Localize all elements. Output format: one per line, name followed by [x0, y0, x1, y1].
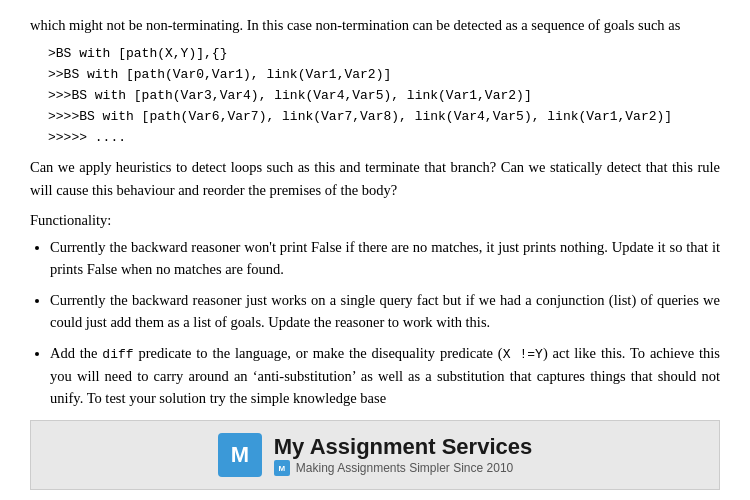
code-neq: X !=Y — [503, 347, 543, 362]
banner-logo-large: M — [218, 433, 262, 477]
code-diff: diff — [102, 347, 133, 362]
code-line-2: >>BS with [path(Var0,Var1), link(Var1,Va… — [48, 65, 720, 86]
section-label: Functionality: — [30, 209, 720, 231]
assignment-services-banner: M My Assignment Services M Making Assign… — [30, 420, 720, 490]
code-block: >BS with [path(X,Y)],{} >>BS with [path(… — [48, 44, 720, 148]
bullet-item-3: Add the diff predicate to the language, … — [50, 342, 720, 410]
code-line-3: >>>BS with [path(Var3,Var4), link(Var4,V… — [48, 86, 720, 107]
question-paragraph: Can we apply heuristics to detect loops … — [30, 156, 720, 201]
banner-title: My Assignment Services — [274, 434, 532, 460]
code-line-4: >>>>BS with [path(Var6,Var7), link(Var7,… — [48, 107, 720, 128]
code-line-1: >BS with [path(X,Y)],{} — [48, 44, 720, 65]
banner-subtitle-text: Making Assignments Simpler Since 2010 — [296, 461, 513, 475]
banner-subtitle: M Making Assignments Simpler Since 2010 — [274, 460, 532, 476]
bullet-item-1: Currently the backward reasoner won't pr… — [50, 236, 720, 281]
code-line-5: >>>>> .... — [48, 128, 720, 149]
intro-paragraph: which might not be non-terminating. In t… — [30, 14, 720, 36]
bullet-item-2: Currently the backward reasoner just wor… — [50, 289, 720, 334]
banner-logo-small: M — [274, 460, 290, 476]
functionality-list: Currently the backward reasoner won't pr… — [50, 236, 720, 410]
banner-text: My Assignment Services M Making Assignme… — [274, 434, 532, 476]
